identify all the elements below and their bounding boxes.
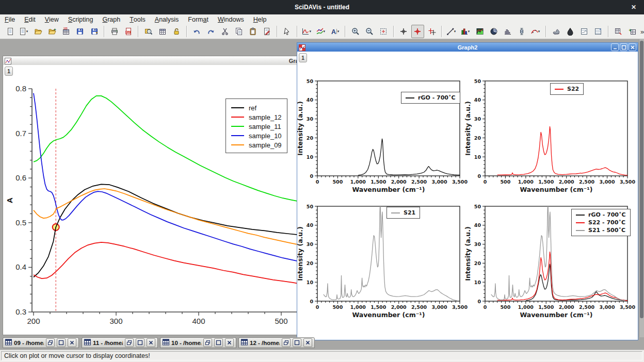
- menu-graph[interactable]: Graph: [98, 14, 125, 24]
- svg-text:0: 0: [310, 173, 313, 179]
- plot-columns-icon[interactable]: ▾: [459, 25, 472, 38]
- save-template-icon[interactable]: [88, 25, 101, 38]
- raman-legend-top-right[interactable]: S22: [550, 83, 584, 95]
- toolbar-overflow-icon[interactable]: »: [640, 28, 644, 36]
- restore-icon[interactable]: [203, 338, 212, 347]
- maximize-icon[interactable]: [293, 338, 301, 347]
- graph1-legend[interactable]: refsample_12sample_11sample_10sample_09: [226, 98, 287, 153]
- edit-notes-icon[interactable]: [261, 25, 273, 38]
- restore-icon[interactable]: [46, 338, 55, 347]
- svg-text:2,500: 2,500: [579, 304, 594, 310]
- menu-windows[interactable]: Windows: [213, 14, 249, 24]
- paste-icon[interactable]: [246, 25, 259, 38]
- close-icon[interactable]: [225, 338, 234, 347]
- taskbar-tab-1[interactable]: 09 - /home/...: [3, 337, 79, 348]
- rescale-to-show-all-icon[interactable]: [377, 25, 390, 38]
- open-project-icon[interactable]: [31, 25, 44, 38]
- svg-text:0.6: 0.6: [15, 173, 26, 182]
- restore-icon[interactable]: [125, 338, 134, 347]
- plot-histogram-icon[interactable]: [502, 25, 514, 38]
- menu-format[interactable]: Format: [183, 14, 213, 24]
- print-icon[interactable]: [108, 25, 121, 38]
- maximize-icon[interactable]: [57, 338, 66, 347]
- close-icon[interactable]: [68, 338, 76, 347]
- new-window-icon[interactable]: ▾: [18, 25, 30, 38]
- plot-pie-icon[interactable]: [488, 25, 501, 38]
- zoom-out-icon[interactable]: [363, 25, 376, 38]
- taskbar-tab-3[interactable]: 10 - /home/...: [160, 337, 236, 348]
- graph2-layer-button[interactable]: 1: [299, 53, 307, 62]
- minimize-icon[interactable]: [611, 43, 619, 51]
- workspace-scrollbar[interactable]: [639, 39, 644, 337]
- close-icon[interactable]: [303, 338, 312, 347]
- plot3d-matrix-icon[interactable]: [578, 25, 591, 38]
- svg-text:500: 500: [275, 317, 287, 325]
- maximize-icon[interactable]: [620, 43, 627, 51]
- attach-table-icon[interactable]: [612, 25, 625, 38]
- taskbar-tab-2[interactable]: 11 - /home/...: [82, 337, 158, 348]
- zoom-in-icon[interactable]: [349, 25, 362, 38]
- close-icon[interactable]: ✕: [630, 3, 638, 11]
- menu-analysis[interactable]: Analysis: [150, 14, 184, 24]
- add-column-icon[interactable]: +: [626, 25, 639, 38]
- raman-legend-bottom-left[interactable]: S21: [387, 207, 420, 219]
- data-reader-icon[interactable]: [411, 25, 424, 38]
- add-text-icon[interactable]: A▾: [329, 25, 342, 38]
- menu-tools[interactable]: Tools: [125, 14, 150, 24]
- restore-icon[interactable]: [282, 338, 291, 347]
- undo-icon[interactable]: [190, 25, 203, 38]
- maximize-icon[interactable]: [214, 338, 223, 347]
- svg-text:0: 0: [316, 179, 319, 185]
- svg-text:1,500: 1,500: [371, 179, 386, 185]
- copy-icon[interactable]: [232, 25, 245, 38]
- show-table-icon[interactable]: [156, 25, 169, 38]
- menu-edit[interactable]: Edit: [20, 14, 40, 24]
- scrollbar-thumb[interactable]: [640, 41, 643, 318]
- graph2-titlebar[interactable]: Graph2: [297, 43, 638, 52]
- legend-label: S21: [404, 209, 415, 216]
- menu-bar: FileEditViewScriptingGraphToolsAnalysisF…: [0, 14, 644, 24]
- menu-file[interactable]: File: [0, 14, 20, 24]
- maximize-icon[interactable]: [136, 338, 144, 347]
- fit-curve-icon[interactable]: ▾: [529, 25, 542, 38]
- svg-text:3,500: 3,500: [452, 179, 468, 185]
- close-icon[interactable]: [147, 338, 155, 347]
- main-titlebar[interactable]: SciDAVis - untitled ✕: [0, 0, 644, 14]
- add-curve-icon[interactable]: ▾: [301, 25, 314, 38]
- raman-plots[interactable]: 05001,0001,5002,0002,5003,0003,500010203…: [297, 52, 638, 340]
- open-template-icon[interactable]: +: [45, 25, 58, 38]
- taskbar-tab-4[interactable]: 12 - /home/...: [238, 337, 315, 348]
- close-icon[interactable]: [629, 43, 636, 51]
- select-data-range-icon[interactable]: [425, 25, 438, 38]
- svg-text:Intensity (a.u.): Intensity (a.u.): [464, 101, 472, 155]
- curve-style-icon[interactable]: ▾: [315, 25, 328, 38]
- export-pdf-icon[interactable]: PDF: [122, 25, 135, 38]
- menu-help[interactable]: Help: [249, 14, 271, 24]
- save-project-icon[interactable]: [74, 25, 87, 38]
- svg-text:+: +: [629, 28, 631, 33]
- plot3d-ribbon-icon[interactable]: [564, 25, 576, 38]
- menu-scripting[interactable]: Scripting: [63, 14, 98, 24]
- pointer-icon[interactable]: [281, 25, 294, 38]
- svg-text:2,500: 2,500: [411, 304, 427, 310]
- project-explorer-icon[interactable]: [142, 25, 155, 38]
- window-graph2[interactable]: Graph2 1 05001,0001,5002,0002,5003,0003,…: [297, 42, 638, 340]
- graph1-layer-button[interactable]: 1: [5, 67, 13, 76]
- raman-legend-top-left[interactable]: rGO - 700˚C: [401, 92, 460, 104]
- raman-legend-bottom-right[interactable]: rGO - 700˚CS22 - 700˚CS21 - 500˚C: [571, 209, 631, 236]
- screen-reader-icon[interactable]: [397, 25, 410, 38]
- redo-icon[interactable]: [204, 25, 217, 38]
- plot3d-contour-icon[interactable]: [592, 25, 605, 38]
- lock-toolbars-icon[interactable]: [170, 25, 183, 38]
- plot3d-surface-icon[interactable]: [550, 25, 562, 38]
- plot-box-icon[interactable]: [516, 25, 528, 38]
- taskbar-tab-label: 09 - /home/...: [14, 340, 44, 346]
- legend-line-sample: [576, 215, 585, 216]
- import-ascii-icon[interactable]: 123: [60, 25, 73, 38]
- new-project-icon[interactable]: [4, 25, 17, 38]
- menu-view[interactable]: View: [40, 14, 63, 24]
- cut-icon[interactable]: [218, 25, 231, 38]
- draw-line-icon[interactable]: ▾: [445, 25, 458, 38]
- svg-text:3,500: 3,500: [620, 179, 635, 185]
- plot-area-icon[interactable]: [473, 25, 486, 38]
